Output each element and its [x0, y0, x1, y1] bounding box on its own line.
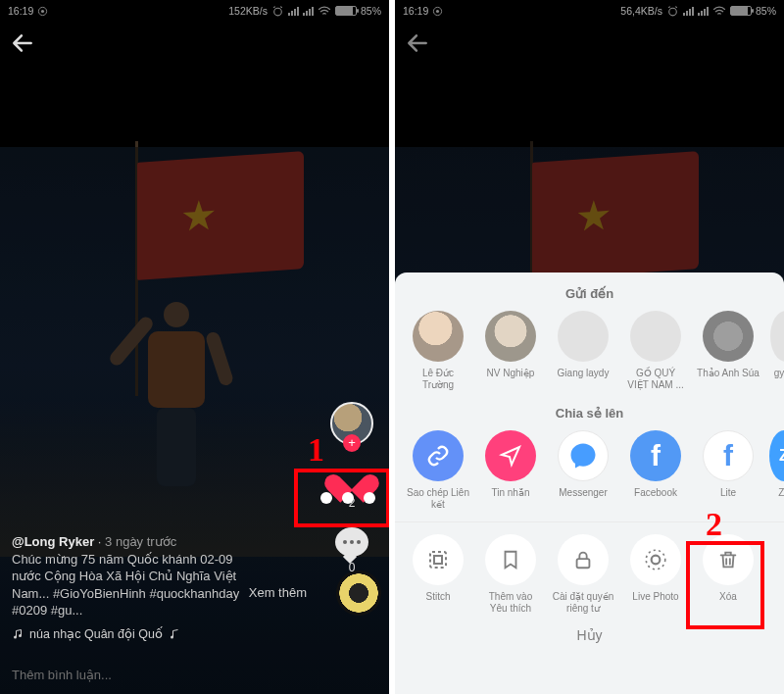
share-fb-lite[interactable]: fLite	[697, 430, 760, 510]
avatar	[485, 311, 536, 362]
share-copy-link[interactable]: Sao chép Liên kết	[407, 430, 469, 510]
battery-pct: 85%	[361, 5, 381, 17]
avatar	[413, 311, 464, 362]
chrome-icon	[37, 6, 48, 17]
live-photo-icon	[630, 534, 681, 585]
share-label: Facebook	[634, 487, 677, 499]
action-favorite[interactable]: Thêm vào Yêu thích	[479, 534, 542, 614]
share-sheet: Gửi đến Lê Đức Trường NV Nghiệp Giang la…	[395, 273, 784, 694]
contact-name: Giang laydy	[558, 368, 610, 379]
contact-item[interactable]: Giang laydy	[552, 311, 614, 390]
music-title: núa nhạc Quân đội Quố	[29, 626, 163, 641]
action-label: Stitch	[425, 591, 450, 603]
send-to-title: Gửi đến	[395, 286, 784, 301]
share-label: Sao chép Liên kết	[407, 487, 469, 510]
svg-point-2	[274, 8, 282, 16]
stitch-icon	[413, 534, 464, 585]
avatar	[630, 311, 681, 362]
avatar	[770, 311, 784, 362]
author-avatar[interactable]	[330, 402, 373, 445]
send-icon	[485, 430, 536, 481]
svg-point-3	[14, 635, 17, 638]
facebook-lite-icon: f	[703, 430, 754, 481]
signal-icon	[683, 7, 694, 16]
status-time: 16:19	[8, 5, 33, 17]
svg-point-8	[669, 8, 677, 16]
video-area[interactable]: ★ 2 0 @Long Ryker · 3 ngày trước Chúc mừ…	[0, 147, 389, 694]
share-dm[interactable]: Tin nhắn	[479, 430, 542, 510]
contact-item[interactable]: NV Nghiệp	[479, 311, 542, 390]
action-label: Thêm vào Yêu thích	[479, 591, 542, 614]
action-stitch[interactable]: Stitch	[407, 534, 469, 614]
share-label: Lite	[720, 487, 736, 499]
see-more[interactable]: Xem thêm	[249, 585, 307, 600]
status-speed: 152KB/s	[228, 5, 268, 17]
add-comment-input[interactable]: Thêm bình luận...	[12, 668, 112, 682]
share-label: Messenger	[559, 487, 607, 499]
back-icon[interactable]	[405, 30, 430, 56]
post-date: 3 ngày trước	[105, 534, 176, 549]
svg-point-1	[41, 9, 44, 12]
contact-name: NV Nghiệp	[487, 368, 535, 379]
share-zalo[interactable]: ZZa	[769, 430, 784, 510]
svg-point-7	[436, 9, 439, 12]
share-row[interactable]: Sao chép Liên kết Tin nhắn Messenger fFa…	[395, 430, 784, 510]
share-messenger[interactable]: Messenger	[552, 430, 614, 510]
comment-button[interactable]: 0	[335, 527, 368, 574]
battery-pct: 85%	[756, 5, 776, 17]
share-facebook[interactable]: fFacebook	[624, 430, 687, 510]
svg-rect-10	[434, 556, 442, 564]
action-label: Cài đặt quyền riêng tư	[552, 591, 614, 614]
alarm-icon	[271, 5, 284, 18]
svg-rect-9	[430, 552, 446, 568]
action-label: Live Photo	[632, 591, 678, 603]
more-options-button[interactable]	[320, 492, 375, 504]
signal-icon-2	[303, 7, 314, 16]
divider	[395, 521, 784, 522]
share-label: Tin nhắn	[492, 487, 530, 499]
wifi-icon	[712, 6, 726, 17]
music-note-icon	[12, 628, 24, 640]
battery-icon	[730, 6, 752, 16]
svg-point-4	[19, 634, 22, 637]
cancel-button[interactable]: Hủy	[395, 627, 784, 643]
link-icon	[413, 430, 464, 481]
wifi-icon	[318, 6, 331, 17]
status-speed: 56,4KB/s	[620, 5, 662, 17]
contacts-row[interactable]: Lê Đức Trường NV Nghiệp Giang laydy GỒ Q…	[395, 311, 784, 390]
back-icon[interactable]	[10, 30, 35, 56]
sound-disc[interactable]	[336, 570, 381, 616]
facebook-icon: f	[630, 430, 681, 481]
contact-item[interactable]: Thảo Anh Súa	[697, 311, 760, 390]
contact-name: Lê Đức Trường	[407, 368, 469, 390]
contact-item[interactable]: GỒ QUÝ VIỆT NAM ...	[624, 311, 687, 390]
username[interactable]: @Long Ryker	[12, 534, 94, 549]
svg-rect-11	[577, 559, 590, 568]
share-label: Za	[778, 487, 784, 499]
action-privacy[interactable]: Cài đặt quyền riêng tư	[552, 534, 614, 614]
signal-icon-2	[698, 7, 709, 16]
battery-icon	[335, 6, 357, 16]
svg-point-13	[646, 550, 665, 570]
avatar	[703, 311, 754, 362]
topbar	[0, 22, 389, 65]
status-time: 16:19	[403, 5, 428, 17]
caption-line: #0209 #gu...	[12, 602, 311, 620]
contact-item[interactable]: gymp	[769, 311, 784, 390]
svg-point-5	[171, 635, 173, 638]
step-marker-2: 2	[706, 506, 722, 543]
share-to-title: Chia sẻ lên	[395, 406, 784, 421]
contact-item[interactable]: Lê Đức Trường	[407, 311, 469, 390]
alarm-icon	[666, 5, 679, 18]
zalo-icon: Z	[769, 430, 784, 481]
contact-name: Thảo Anh Súa	[697, 368, 760, 379]
comment-icon	[335, 527, 368, 557]
highlight-box-1	[294, 469, 389, 527]
contact-name: gymp	[774, 368, 784, 379]
caption-line: Chúc mừng 75 năm Quốc khánh 02-09	[12, 551, 311, 569]
svg-point-12	[652, 556, 661, 565]
music-marquee[interactable]: núa nhạc Quân đội Quố	[12, 626, 180, 641]
topbar	[395, 22, 784, 65]
caption: @Long Ryker · 3 ngày trước Chúc mừng 75 …	[12, 533, 311, 620]
action-live-photo[interactable]: Live Photo	[624, 534, 687, 614]
